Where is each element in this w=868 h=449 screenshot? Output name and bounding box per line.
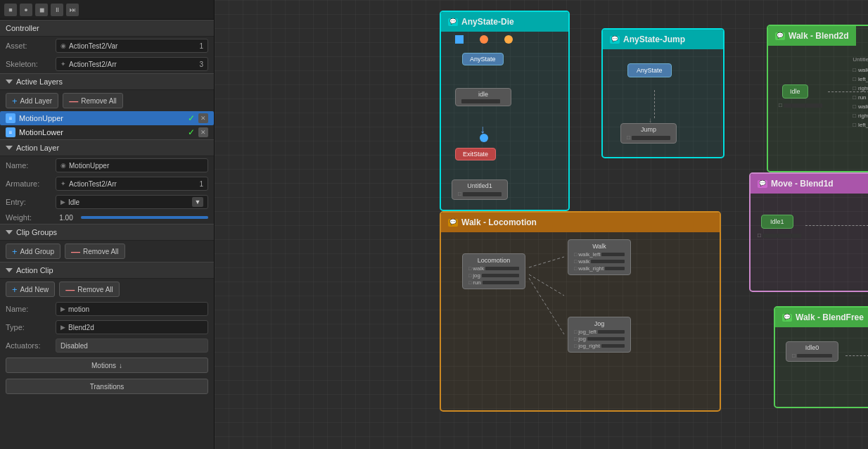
skeleton-field[interactable]: ✦ ActionTest2/Arr 3 xyxy=(56,57,208,71)
walk-blendfree-body: Idle0 □ Untitled □ run □ right_strafe xyxy=(775,327,868,408)
jump-node[interactable]: Jump □ xyxy=(620,123,677,144)
motions-arrow-icon: ↓ xyxy=(119,362,122,369)
move-idle1-node[interactable]: Idle1 xyxy=(761,215,793,229)
entry-expand-icon[interactable]: ▼ xyxy=(192,197,203,207)
actuators-field[interactable]: Disabled xyxy=(56,339,208,353)
untitled1-bar xyxy=(463,192,502,196)
move-blend1d-chat-icon: 💬 xyxy=(758,180,767,188)
add-layer-button[interactable]: + Add Layer xyxy=(6,93,58,108)
blend-item-left-strafe: □ left_strafe xyxy=(853,76,868,82)
armature-count: 1 xyxy=(199,180,203,188)
groups-btn-row: + Add Group — Remove All xyxy=(0,241,214,262)
svg-line-1 xyxy=(529,278,564,334)
asset-field[interactable]: ◉ ActionTest2/Var 1 xyxy=(56,39,208,53)
motions-label: Motions xyxy=(91,362,116,369)
walk-blend2d-title: 💬 Walk - Blend2d xyxy=(768,26,856,46)
remove-all-layers-label: Remove All xyxy=(81,97,117,105)
transitions-row: Transitions xyxy=(0,376,214,397)
icon-square[interactable]: ■ xyxy=(4,4,17,16)
jb-item-3: jog_right xyxy=(578,343,600,349)
anystate-die-anystate-node[interactable]: AnyState xyxy=(462,53,504,65)
anystate-jump-node[interactable]: AnyState xyxy=(627,63,672,77)
clip-name-icon: ▶ xyxy=(60,305,65,312)
layer-lower-remove-icon[interactable]: ✕ xyxy=(198,127,208,137)
armature-value: ActionTest2/Arr xyxy=(69,180,117,188)
asset-value: ActionTest2/Var xyxy=(69,42,117,50)
anystate-die-body: AnyState idle ↓ ExitState Untitled1 □ xyxy=(441,32,568,211)
clip-type-icon: ▶ xyxy=(60,324,65,331)
jump-sub-icon: □ xyxy=(627,134,630,141)
clip-groups-arrow xyxy=(6,230,13,234)
layer-item-motion-upper[interactable]: ≡ MotionUpper ✓ ✕ xyxy=(0,111,214,125)
anystate-jump-arrow xyxy=(654,90,655,118)
left-panel: ■ ● ◼ ⏸ ⏭ Controller Asset: ◉ ActionTest… xyxy=(0,0,215,449)
loco-icon-1: □ xyxy=(468,266,471,271)
untitled1-sub-icon: □ xyxy=(458,191,461,197)
clip-name-field[interactable]: ▶ motion xyxy=(56,302,208,316)
loco-item-jog: jog xyxy=(473,272,480,279)
bi-label-2: left_strafe xyxy=(858,76,868,82)
icon-record[interactable]: ● xyxy=(20,4,32,16)
locomotion-node[interactable]: Locomotion □ walk □ jog □ run xyxy=(462,253,525,289)
top-toolbar: ■ ● ◼ ⏸ ⏭ xyxy=(0,0,214,20)
loco-icon-2: □ xyxy=(468,273,471,278)
loco-item-walk: walk xyxy=(473,265,484,272)
bi-icon-2: □ xyxy=(853,76,856,82)
clip-type-field[interactable]: ▶ Blend2d xyxy=(56,320,208,334)
add-new-plus-icon: + xyxy=(12,284,18,295)
blend-item-lsw: □ left_strafe_walking xyxy=(853,122,868,128)
add-group-button[interactable]: + Add Group xyxy=(6,244,60,259)
icon-pause[interactable]: ⏸ xyxy=(51,4,63,16)
action-clip-arrow xyxy=(6,268,13,272)
anystate-jump-body: AnyState ↓ Jump □ xyxy=(603,49,723,158)
layer-upper-remove-icon[interactable]: ✕ xyxy=(198,113,208,123)
action-clip-title: Action Clip xyxy=(16,266,53,274)
exitstate-node[interactable]: ExitState xyxy=(455,148,496,160)
canvas-area[interactable]: 💬 AnyState-Die AnyState idle ↓ ExitState… xyxy=(215,0,868,449)
walk-blend2d-chat-icon: 💬 xyxy=(775,32,785,40)
clip-name-value: motion xyxy=(68,305,89,313)
add-new-clip-button[interactable]: + Add New xyxy=(6,282,55,297)
name-field[interactable]: ◉ MotionUpper xyxy=(56,158,208,172)
motions-button[interactable]: Motions ↓ xyxy=(6,358,208,373)
remove-all-clips-button[interactable]: — Remove All xyxy=(59,282,120,297)
walk-blend-title: Walk xyxy=(574,243,625,250)
walk-locomotion-title: 💬 Walk - Locomotion xyxy=(441,213,720,232)
armature-field[interactable]: ✦ ActionTest2/Arr 1 xyxy=(56,177,208,191)
blend-item-walk-backward: □ walk_backward xyxy=(853,67,868,73)
anystate-die-idle-node[interactable]: idle xyxy=(455,88,511,106)
blendfree-idle0-node[interactable]: Idle0 □ xyxy=(786,341,838,362)
move-arrow xyxy=(805,225,868,226)
remove-clips-minus-icon: — xyxy=(65,284,75,295)
layer-item-motion-lower[interactable]: ≡ MotionLower ✓ ✕ xyxy=(0,125,214,139)
remove-all-groups-button[interactable]: — Remove All xyxy=(65,244,125,259)
icon-stop[interactable]: ◼ xyxy=(35,4,48,16)
wb-icon-1: □ xyxy=(574,252,577,257)
entry-field[interactable]: ▶ Idle ▼ xyxy=(56,195,208,209)
asset-label: Asset: xyxy=(6,42,51,50)
transitions-label: Transitions xyxy=(90,383,125,391)
icon-forward[interactable]: ⏭ xyxy=(66,4,79,16)
walk-blend2d-idle-node[interactable]: Idle xyxy=(782,84,808,99)
blendfree-arrow xyxy=(845,355,868,356)
remove-groups-minus-icon: — xyxy=(71,246,80,257)
untitled1-node[interactable]: Untitled1 □ xyxy=(452,179,508,200)
bi-icon-1: □ xyxy=(853,67,856,73)
walk-blendfree-chat-icon: 💬 xyxy=(782,314,792,322)
bi-label-6: right_strafe_walking xyxy=(858,113,868,119)
asset-link-count: 1 xyxy=(199,42,203,50)
weight-label: Weight: xyxy=(6,213,51,222)
controller-section-header: Controller xyxy=(0,20,214,37)
walk-blend-node[interactable]: Walk □ walk_left □ walk □ walk_right xyxy=(568,239,631,275)
motions-row: Motions ↓ xyxy=(0,355,214,376)
clip-groups-header: Clip Groups xyxy=(0,224,214,241)
bi-icon-6: □ xyxy=(853,113,856,119)
transitions-button[interactable]: Transitions xyxy=(6,379,208,394)
remove-all-layers-button[interactable]: — Remove All xyxy=(63,93,123,108)
walk-blend2d-body: Idle □ Untitled2 □ walk_backward □ left_… xyxy=(768,46,868,172)
remove-all-groups-label: Remove All xyxy=(83,248,119,255)
jog-blend-node[interactable]: Jog □ jog_left □ jog □ jog_right xyxy=(568,317,631,353)
active-layers-arrow xyxy=(6,80,13,84)
weight-slider[interactable] xyxy=(81,216,208,219)
loco-item-run: run xyxy=(473,279,481,286)
